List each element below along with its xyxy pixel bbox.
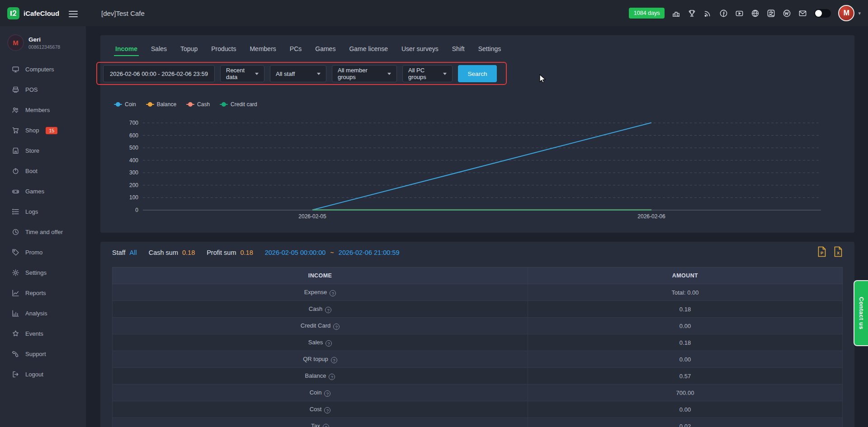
sidebar-item-label: Members xyxy=(25,107,50,113)
youtube-icon[interactable] xyxy=(735,9,744,18)
shop-icon xyxy=(12,127,19,134)
contact-us-button[interactable]: Contact us xyxy=(854,281,868,345)
range-separator: ~ xyxy=(330,249,334,256)
analysis-icon xyxy=(12,310,19,317)
legend-marker-icon xyxy=(114,102,122,107)
row-label: Tax xyxy=(311,422,320,427)
legend-coin[interactable]: Coin xyxy=(114,101,136,108)
chart-legend: CoinBalanceCashCredit card xyxy=(114,101,257,108)
legend-cash[interactable]: Cash xyxy=(186,101,210,108)
tab-topup[interactable]: Topup xyxy=(174,41,204,57)
export-pdf-icon[interactable]: P xyxy=(817,246,826,257)
help-icon[interactable]: ? xyxy=(326,340,332,347)
sidebar-item-pos[interactable]: POS xyxy=(0,80,86,100)
theme-toggle[interactable] xyxy=(814,9,831,18)
help-icon[interactable]: ? xyxy=(333,324,340,330)
tab-sales[interactable]: Sales xyxy=(144,41,174,57)
sidebar-item-store[interactable]: Store xyxy=(0,141,86,161)
row-label: Credit Card xyxy=(301,322,330,329)
help-icon[interactable]: ? xyxy=(330,290,336,296)
sidebar-item-boot[interactable]: Boot xyxy=(0,161,86,181)
date-range-input[interactable]: 2026-02-06 00:00 - 2026-02-06 23:59 xyxy=(103,65,215,82)
facebook-icon[interactable] xyxy=(719,9,728,18)
tab-products[interactable]: Products xyxy=(204,41,243,57)
sidebar-item-label: Shop xyxy=(25,127,39,134)
sidebar-item-label: Events xyxy=(25,330,43,337)
pos-icon xyxy=(12,86,19,94)
tab-user-surveys[interactable]: User surveys xyxy=(395,41,445,57)
trophy-icon[interactable] xyxy=(688,9,696,18)
recent-data-select[interactable]: Recent data xyxy=(220,65,264,82)
row-amount: 0.00 xyxy=(528,401,843,418)
ranking-icon[interactable] xyxy=(672,9,680,18)
tab-settings[interactable]: Settings xyxy=(472,41,508,57)
sidebar-item-shop[interactable]: Shop15 xyxy=(0,120,86,141)
help-icon[interactable]: ? xyxy=(329,374,335,380)
menu-toggle-icon[interactable] xyxy=(69,9,78,19)
tab-game-license[interactable]: Game license xyxy=(342,41,395,57)
legend-balance[interactable]: Balance xyxy=(146,101,176,108)
help-icon[interactable]: ? xyxy=(324,390,330,397)
sidebar-item-logs[interactable]: Logs xyxy=(0,202,86,222)
boot-icon xyxy=(12,167,19,175)
help-icon[interactable]: ? xyxy=(325,307,331,313)
income-panel: IncomeSalesTopupProductsMembersPCsGamesG… xyxy=(100,35,854,233)
sidebar-item-analysis[interactable]: Analysis xyxy=(0,303,86,324)
tab-shift[interactable]: Shift xyxy=(445,41,472,57)
user-avatar[interactable]: M xyxy=(838,5,854,21)
member-groups-select[interactable]: All member groups xyxy=(332,65,397,82)
user-phone: 008612345678 xyxy=(28,44,60,50)
rss-icon[interactable] xyxy=(703,9,712,18)
search-button[interactable]: Search xyxy=(458,65,497,82)
webmoney-icon[interactable] xyxy=(783,9,791,18)
row-amount: 0.00 xyxy=(528,318,843,334)
tab-pcs[interactable]: PCs xyxy=(283,41,308,57)
brand[interactable]: iCafeCloud xyxy=(7,0,59,26)
income-row-credit-card: Credit Card?0.00 xyxy=(113,318,843,334)
members-icon xyxy=(12,106,19,114)
help-icon[interactable]: ? xyxy=(323,424,329,427)
chevron-down-icon[interactable]: ▾ xyxy=(858,10,861,16)
sidebar-item-computers[interactable]: Computers xyxy=(0,59,86,80)
sidebar-item-promo[interactable]: Promo xyxy=(0,242,86,263)
sidebar-item-reports[interactable]: Reports xyxy=(0,283,86,303)
filter-bar: 2026-02-06 00:00 - 2026-02-06 23:59 Rece… xyxy=(103,65,497,82)
legend-label: Cash xyxy=(197,101,210,108)
sidebar-item-time-and-offer[interactable]: Time and offer xyxy=(0,222,86,242)
tab-members[interactable]: Members xyxy=(243,41,283,57)
export-excel-icon[interactable]: X xyxy=(834,246,843,257)
income-row-cost: Cost?0.00 xyxy=(113,401,843,418)
sidebar-item-games[interactable]: Games xyxy=(0,181,86,202)
income-column-header: INCOME xyxy=(113,267,528,284)
globe-icon[interactable] xyxy=(751,9,760,18)
sidebar-item-label: Reports xyxy=(25,290,46,296)
sidebar-item-support[interactable]: Support xyxy=(0,344,86,364)
sidebar-item-members[interactable]: Members xyxy=(0,100,86,120)
games-icon xyxy=(12,188,19,195)
shop-badge: 15 xyxy=(46,127,57,134)
sidebar-user[interactable]: M Geri 008612345678 xyxy=(0,26,86,56)
staff-value[interactable]: All xyxy=(130,249,137,256)
mail-icon[interactable] xyxy=(798,9,807,18)
settings-icon xyxy=(12,269,19,277)
legend-label: Credit card xyxy=(231,101,257,108)
alipay-icon[interactable] xyxy=(767,9,775,18)
license-days-badge[interactable]: 1084 days xyxy=(629,8,665,19)
row-amount: 0.02 xyxy=(528,418,843,427)
tab-income[interactable]: Income xyxy=(108,41,144,57)
help-icon[interactable]: ? xyxy=(324,407,330,413)
legend-credit-card[interactable]: Credit card xyxy=(220,101,257,108)
sidebar-item-events[interactable]: Events xyxy=(0,324,86,344)
reports-icon xyxy=(12,289,19,297)
sidebar-menu: ComputersPOSMembersShop15StoreBootGamesL… xyxy=(0,59,86,385)
row-label: Expense xyxy=(304,289,327,296)
sidebar-item-settings[interactable]: Settings xyxy=(0,263,86,283)
help-icon[interactable]: ? xyxy=(331,357,337,363)
support-icon xyxy=(12,350,19,358)
staff-select[interactable]: All staff xyxy=(270,65,326,82)
pc-groups-select[interactable]: All PC groups xyxy=(402,65,453,82)
sidebar-item-logout[interactable]: Logout xyxy=(0,364,86,385)
sidebar-item-label: Analysis xyxy=(25,310,47,317)
sidebar-item-label: POS xyxy=(25,86,38,93)
tab-games[interactable]: Games xyxy=(308,41,342,57)
